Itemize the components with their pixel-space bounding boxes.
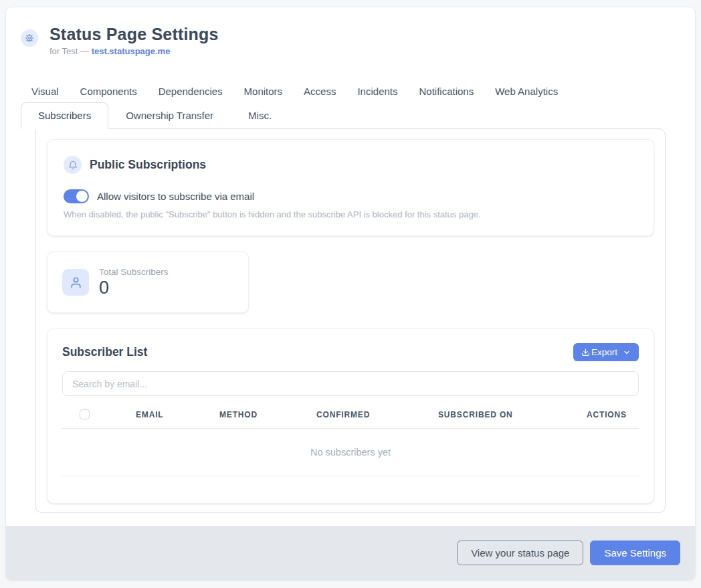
- header-text: Status Page Settings for Test — test.sta…: [49, 24, 219, 56]
- status-page-link[interactable]: test.statuspage.me: [92, 46, 171, 56]
- subscriber-list-title: Subscriber List: [62, 345, 147, 359]
- stat-value: 0: [99, 278, 169, 297]
- tab-row-primary: VisualComponentsDependenciesMonitorsAcce…: [21, 80, 680, 102]
- tab-incidents[interactable]: Incidents: [346, 80, 408, 102]
- export-button[interactable]: Export: [573, 343, 639, 361]
- column-header-method: METHOD: [219, 410, 316, 419]
- page-subtitle: for Test — test.statuspage.me: [49, 46, 219, 56]
- stat-label: Total Subscribers: [99, 267, 169, 277]
- tab-notifications[interactable]: Notifications: [409, 80, 485, 102]
- toggle-helper-text: When disabled, the public "Subscribe" bu…: [64, 209, 637, 219]
- tab-misc[interactable]: Misc.: [231, 102, 289, 128]
- subscriber-list-card: Subscriber List Export: [47, 328, 654, 504]
- footer-action-bar: View your status page Save Settings: [6, 526, 695, 580]
- subtitle-prefix: for Test —: [49, 46, 92, 56]
- stat-text: Total Subscribers 0: [99, 267, 169, 297]
- tab-components[interactable]: Components: [70, 80, 148, 102]
- page-header: Status Page Settings for Test — test.sta…: [6, 7, 695, 56]
- export-button-label: Export: [591, 347, 617, 357]
- subscriber-list-header: Subscriber List Export: [62, 343, 639, 361]
- public-subscriptions-header: Public Subscriptions: [64, 156, 637, 174]
- toggle-label: Allow visitors to subscribe via email: [97, 191, 254, 202]
- settings-tabs: VisualComponentsDependenciesMonitorsAcce…: [6, 80, 695, 513]
- empty-state-message: No subscribers yet: [62, 429, 639, 476]
- subscribers-tab-panel: Public Subscriptions Allow visitors to s…: [35, 128, 666, 513]
- select-all-checkbox[interactable]: [80, 409, 90, 419]
- download-icon: [581, 348, 590, 357]
- tab-access[interactable]: Access: [293, 80, 346, 102]
- search-input[interactable]: [62, 371, 639, 396]
- subscriber-table-header: EMAILMETHODCONFIRMEDSUBSCRIBED ONACTIONS: [62, 409, 639, 429]
- allow-subscribe-toggle[interactable]: [64, 189, 89, 203]
- user-icon: [62, 269, 89, 296]
- column-header-confirmed: CONFIRMED: [316, 410, 438, 419]
- gear-icon: [21, 29, 38, 47]
- view-status-page-button[interactable]: View your status page: [457, 541, 583, 565]
- toggle-knob: [76, 191, 88, 202]
- tab-subscribers[interactable]: Subscribers: [21, 102, 108, 129]
- tab-dependencies[interactable]: Dependencies: [148, 80, 233, 102]
- public-subscriptions-title: Public Subscriptions: [90, 158, 206, 172]
- column-header-actions: ACTIONS: [587, 410, 639, 419]
- page-title: Status Page Settings: [49, 24, 219, 44]
- tab-web-analytics[interactable]: Web Analytics: [484, 80, 569, 102]
- bell-icon: [64, 156, 82, 174]
- settings-card: Status Page Settings for Test — test.sta…: [5, 7, 696, 581]
- column-header-subscribed-on: SUBSCRIBED ON: [438, 410, 587, 419]
- save-settings-button[interactable]: Save Settings: [590, 541, 680, 565]
- total-subscribers-card: Total Subscribers 0: [47, 252, 249, 313]
- chevron-down-icon: [623, 349, 631, 357]
- tab-ownership-transfer[interactable]: Ownership Transfer: [108, 102, 231, 128]
- tab-row-secondary: SubscribersOwnership TransferMisc.: [21, 102, 680, 128]
- public-subscriptions-card: Public Subscriptions Allow visitors to s…: [47, 139, 654, 236]
- subscribe-toggle-row: Allow visitors to subscribe via email: [64, 189, 637, 203]
- tab-monitors[interactable]: Monitors: [233, 80, 294, 102]
- status-page-settings-page: Status Page Settings for Test — test.sta…: [0, 0, 701, 588]
- tab-visual[interactable]: Visual: [21, 80, 70, 102]
- select-all-cell: [62, 409, 136, 419]
- column-header-email: EMAIL: [136, 410, 219, 419]
